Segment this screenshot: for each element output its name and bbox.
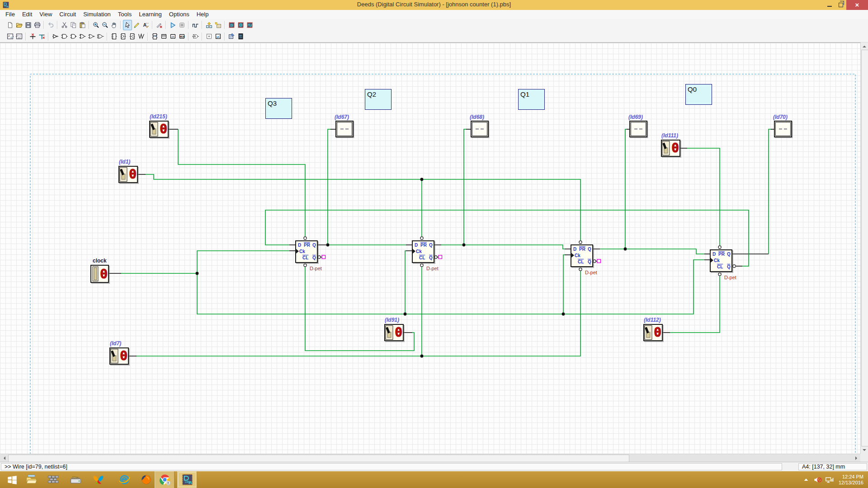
taskbar-chrome-button[interactable] xyxy=(155,471,175,488)
d-flipflop-1[interactable]: DPRQCkCLQ xyxy=(295,240,318,263)
menu-learning[interactable]: Learning xyxy=(135,10,165,19)
input-switch-Id1[interactable]: 0 xyxy=(118,166,138,183)
input-switch-Id111[interactable]: 0 xyxy=(661,140,680,157)
chip-counter-button[interactable] xyxy=(159,31,168,42)
wire[interactable] xyxy=(769,129,771,254)
gate-nand-button[interactable] xyxy=(69,31,78,42)
chip-chl-button[interactable]: chl xyxy=(168,31,177,42)
chip-display-button[interactable]: 88 xyxy=(236,31,245,42)
wire[interactable] xyxy=(670,276,720,333)
taskbar-firefox-button[interactable] xyxy=(137,471,156,488)
chip-wave-button[interactable] xyxy=(245,20,254,30)
gate-or-button[interactable] xyxy=(78,31,87,42)
wire[interactable] xyxy=(146,174,580,240)
scroll-up-button[interactable] xyxy=(861,42,868,50)
pan-hand-button[interactable] xyxy=(109,20,118,30)
undo-button[interactable] xyxy=(46,20,55,30)
wire[interactable] xyxy=(563,255,565,314)
wire[interactable] xyxy=(178,129,305,236)
menu-simulation[interactable]: Simulation xyxy=(80,10,114,19)
input-switch-Id112[interactable]: 0 xyxy=(643,324,663,341)
menu-file[interactable]: File xyxy=(2,10,19,19)
chip-memory-button[interactable]: MEM xyxy=(177,31,186,42)
wire[interactable] xyxy=(265,210,749,266)
pulse-generator-button[interactable] xyxy=(191,31,200,42)
unconnected-pin-marker[interactable] xyxy=(597,259,601,263)
chip-decoder-button[interactable] xyxy=(109,31,118,42)
horizontal-scrollbar[interactable] xyxy=(0,454,860,462)
save-file-button[interactable] xyxy=(24,20,33,30)
copy-button[interactable] xyxy=(69,20,78,30)
draw-pencil-button[interactable] xyxy=(132,20,141,30)
clock-generator[interactable]: 0 xyxy=(90,265,109,283)
print-button[interactable] xyxy=(33,20,42,30)
net-label-q3[interactable]: Q3 xyxy=(265,98,292,119)
wire[interactable] xyxy=(121,260,704,314)
pause-simulation-button[interactable] xyxy=(177,20,186,30)
gate-nor-button[interactable] xyxy=(87,31,96,42)
d-flipflop-4[interactable]: DPRQCkCLQ xyxy=(710,249,732,272)
taskbar-msn-button[interactable] xyxy=(89,471,108,488)
taskbar-start-button[interactable] xyxy=(3,471,22,488)
zoom-out-button[interactable] xyxy=(100,20,109,30)
wire-junction-button[interactable] xyxy=(28,31,37,42)
menu-options[interactable]: Options xyxy=(165,10,193,19)
output-display-Id69[interactable] xyxy=(629,121,647,137)
output-display-Id67[interactable] xyxy=(335,121,354,137)
chip-deeds-button[interactable]: D xyxy=(227,20,236,30)
delete-tool-button[interactable] xyxy=(155,20,164,30)
cut-button[interactable] xyxy=(60,20,69,30)
taskbar-deeds-button[interactable]: 100 xyxy=(177,471,197,488)
wire[interactable] xyxy=(405,251,406,314)
unconnected-pin-marker[interactable] xyxy=(439,255,442,259)
restore-button[interactable] xyxy=(835,0,846,10)
chip-mux-button[interactable] xyxy=(118,31,127,42)
menu-help[interactable]: Help xyxy=(193,10,212,19)
wire[interactable] xyxy=(687,148,720,245)
input-switch-button[interactable]: 10 xyxy=(5,31,14,42)
horizontal-scroll-thumb[interactable] xyxy=(8,455,629,462)
import-chip-button[interactable] xyxy=(213,20,222,30)
taskbar-app-bricks-button[interactable] xyxy=(44,471,63,488)
wire[interactable] xyxy=(625,129,627,249)
wire[interactable] xyxy=(464,129,466,245)
chip-demux-button[interactable] xyxy=(127,31,137,42)
wire[interactable] xyxy=(328,129,330,245)
zoom-in-button[interactable] xyxy=(91,20,100,30)
menu-circuit[interactable]: Circuit xyxy=(56,10,80,19)
paste-button[interactable] xyxy=(78,20,87,30)
scroll-left-button[interactable] xyxy=(0,454,8,462)
wire[interactable] xyxy=(137,271,580,356)
select-cursor-button[interactable] xyxy=(123,20,132,30)
vertical-scrollbar[interactable] xyxy=(860,42,868,454)
output-display-button[interactable]: 01 xyxy=(14,31,24,42)
chip-flipflop-button[interactable]: FF xyxy=(150,31,159,42)
close-button[interactable]: × xyxy=(846,0,868,10)
scroll-down-button[interactable] xyxy=(861,446,868,454)
run-simulation-button[interactable] xyxy=(168,20,177,30)
input-switch-Id91[interactable]: 0 xyxy=(384,324,404,341)
menu-edit[interactable]: Edit xyxy=(19,10,36,19)
new-file-button[interactable] xyxy=(5,20,14,30)
taskbar-app-disk-button[interactable] xyxy=(66,471,85,488)
net-label-q0[interactable]: Q0 xyxy=(685,84,712,105)
taskbar-explorer-button[interactable] xyxy=(22,471,41,488)
gate-xor-button[interactable] xyxy=(96,31,105,42)
menu-tools[interactable]: Tools xyxy=(114,10,135,19)
vertical-scroll-thumb[interactable] xyxy=(861,50,868,446)
unconnected-pin-marker[interactable] xyxy=(322,255,326,259)
tray-volume-muted-button[interactable] xyxy=(813,475,822,484)
text-label-button[interactable]: A xyxy=(141,20,150,30)
taskbar-clock[interactable]: 12:24 PM 12/13/2016 xyxy=(839,474,863,486)
export-schematic-button[interactable] xyxy=(204,20,213,30)
chip-properties-button[interactable] xyxy=(227,31,236,42)
d-flipflop-2[interactable]: DPRQCkCLQ xyxy=(412,240,434,263)
taskbar-internet-explorer-button[interactable] xyxy=(115,471,134,488)
input-switch-Id215[interactable]: 0 xyxy=(149,121,169,138)
wire-corner-button[interactable] xyxy=(37,31,46,42)
input-switch-Id7[interactable]: 0 xyxy=(109,347,129,365)
chip-micro-button[interactable]: µC xyxy=(213,31,222,42)
gate-not-button[interactable] xyxy=(51,31,60,42)
menu-view[interactable]: View xyxy=(36,10,56,19)
output-display-Id68[interactable] xyxy=(471,121,489,137)
